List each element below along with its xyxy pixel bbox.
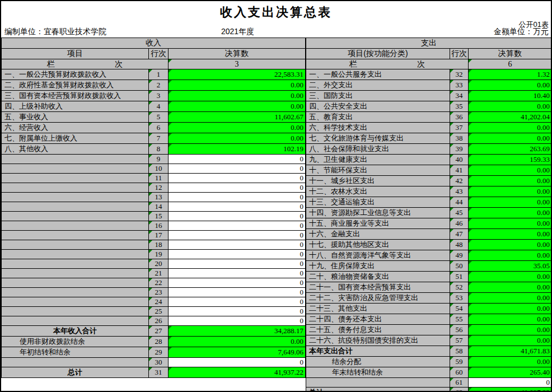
expenditure-row-58: 本年支出合计5841,671.83 (306, 346, 552, 357)
expenditure-value-cell: 0.00 (469, 240, 552, 250)
expenditure-value-cell: 0.00 (469, 165, 552, 176)
income-rowno-cell: 1 (149, 69, 169, 80)
income-rowno-cell: 26 (149, 316, 169, 326)
expenditure-value-cell: 41,202.04 (469, 112, 552, 123)
expenditure-value-cell: 10.40 (469, 91, 552, 101)
expenditure-row-46: 十五、商业服务业等支出460.00 (306, 218, 552, 229)
income-col-rowno: 行次 (149, 49, 169, 59)
expenditure-item-cell: 九、卫生健康支出 (306, 155, 450, 165)
expenditure-rowno-cell: 60 (450, 367, 469, 378)
income-col-item: 项目 (2, 49, 149, 59)
income-item-cell: 使用非财政拨款结余 (2, 337, 149, 347)
income-item-cell: 四、上级补助收入 (2, 101, 149, 112)
expenditure-rowno-cell: 59 (450, 357, 469, 367)
expenditure-row-48: 十七、援助其他地区支出480.00 (306, 240, 552, 250)
income-item-cell (2, 212, 149, 221)
accounts-table: 收入 项目 行次 决算数 栏 次 3 一、一般公共预 (1, 38, 551, 392)
income-item-cell (2, 250, 149, 259)
income-rowno-cell: 10 (149, 164, 169, 174)
income-value-cell: 0.00 (169, 133, 306, 144)
income-value-cell: 0 (169, 155, 306, 164)
expenditure-row-53: 二十二、灾害防治及应急管理支出530.00 (306, 293, 552, 304)
amount-unit-label: 金额单位：万元 (494, 27, 549, 37)
expenditure-value-cell: 0.00 (469, 218, 552, 229)
income-item-cell: 年初结转和结余 (2, 347, 149, 358)
income-row-14: 140 (2, 202, 306, 212)
income-value-cell: 0 (169, 316, 306, 326)
expenditure-rowno-cell: 58 (450, 346, 469, 357)
expenditure-lan-row: 栏 次 6 (306, 59, 552, 69)
expenditure-row-45: 十四、资源勘探工业信息等支出450.00 (306, 208, 552, 218)
expenditure-item-cell: 年末结转和结余 (306, 367, 450, 378)
income-row-5: 五、事业收入511,602.67 (2, 112, 306, 123)
expenditure-value-cell: 0.00 (469, 101, 552, 112)
income-rowno-cell: 15 (149, 212, 169, 221)
expenditure-rowno-cell: 47 (450, 229, 469, 240)
expenditure-value-cell: 0.00 (469, 197, 552, 208)
income-section-label: 收入 (2, 38, 306, 49)
income-item-cell (2, 231, 149, 240)
income-rowno-cell: 20 (149, 259, 169, 269)
expenditure-row-38: 七、文化旅游体育与传媒支出380.00 (306, 133, 552, 144)
expenditure-value-cell: 0.00 (469, 314, 552, 325)
expenditure-rowno-cell: 51 (450, 272, 469, 282)
expenditure-item-cell: 十五、商业服务业等支出 (306, 218, 450, 229)
income-value-cell: 41,937.22 (169, 367, 306, 378)
expenditure-item-cell: 七、文化旅游体育与传媒支出 (306, 133, 450, 144)
expenditure-row-60: 年末结转和结余60265.40 (306, 367, 552, 378)
expenditure-table: 支出 项目(按功能分类) 行次 决算数 栏 次 6 (306, 38, 552, 392)
income-lan-left: 栏 (47, 59, 55, 69)
expenditure-section-label: 支出 (306, 38, 552, 49)
income-item-cell (2, 193, 149, 202)
income-item-cell (2, 155, 149, 164)
income-rowno-cell: 8 (149, 144, 169, 155)
income-row-23: 230 (2, 288, 306, 297)
income-row-9: 90 (2, 155, 306, 164)
expenditure-row-42: 十一、城乡社区支出420.00 (306, 176, 552, 186)
expenditure-item-cell: 二十五、债务付息支出 (306, 325, 450, 335)
income-rowno-cell: 28 (149, 337, 169, 347)
expenditure-value-cell: 263.69 (469, 144, 552, 155)
income-row-27: 本年收入合计2734,288.17 (2, 326, 306, 337)
income-row-6: 六、经营收入60.00 (2, 123, 306, 133)
income-value-cell: 0 (169, 183, 306, 193)
income-row-24: 240 (2, 297, 306, 307)
expenditure-value-cell: 0.00 (469, 186, 552, 197)
expenditure-row-40: 九、卫生健康支出40159.33 (306, 155, 552, 165)
income-value-cell: 0.00 (169, 80, 306, 91)
expenditure-row-56: 二十五、债务付息支出560.00 (306, 325, 552, 335)
expenditure-rowno-cell: 49 (450, 250, 469, 261)
expenditure-row-39: 八、社会保障和就业支出39263.69 (306, 144, 552, 155)
expenditure-row-54: 二十三、其他支出540.00 (306, 304, 552, 314)
expenditure-row-49: 十八、自然资源海洋气象等支出490.00 (306, 250, 552, 261)
income-item-cell (2, 259, 149, 269)
income-table: 收入 项目 行次 决算数 栏 次 3 一、一般公共预 (1, 38, 306, 378)
report-info-line: 编制单位：宜春职业技术学院 2021年度 金额单位：万元 (1, 28, 551, 38)
income-row-3: 三、国有资本经营预算财政拨款收入30.00 (2, 91, 306, 101)
expenditure-value-cell: 0.00 (469, 272, 552, 282)
income-value-cell: 0 (169, 358, 306, 367)
expenditure-item-cell: 三、国防支出 (306, 91, 450, 101)
income-rowno-cell: 9 (149, 155, 169, 164)
expenditure-rowno-cell: 62 (450, 388, 469, 392)
expenditure-item-cell: 十六、金融支出 (306, 229, 450, 240)
expenditure-row-52: 二十一、国有资本经营预算支出520.00 (306, 282, 552, 293)
income-value-cell: 102.19 (169, 144, 306, 155)
income-rowno-cell: 2 (149, 80, 169, 91)
expenditure-row-59: 结余分配590.00 (306, 357, 552, 367)
income-item-cell: 总计 (2, 367, 149, 378)
expenditure-value-cell: 0 (469, 378, 552, 388)
income-item-cell: 七、附属单位上缴收入 (2, 133, 149, 144)
income-row-25: 250 (2, 307, 306, 316)
expenditure-rowno-cell: 55 (450, 314, 469, 325)
income-item-cell: 六、经营收入 (2, 123, 149, 133)
expenditure-value-cell: 0.00 (469, 357, 552, 367)
expenditure-rowno-cell: 45 (450, 208, 469, 218)
expenditure-item-cell (306, 378, 450, 388)
expenditure-value-cell: 0.00 (469, 176, 552, 186)
expenditure-row-55: 二十四、债务还本支出550.00 (306, 314, 552, 325)
expenditure-value-cell: 0.00 (469, 80, 552, 91)
expenditure-rowno-cell: 48 (450, 240, 469, 250)
income-rowno-cell: 13 (149, 193, 169, 202)
expenditure-lan-left: 栏 (349, 59, 357, 69)
